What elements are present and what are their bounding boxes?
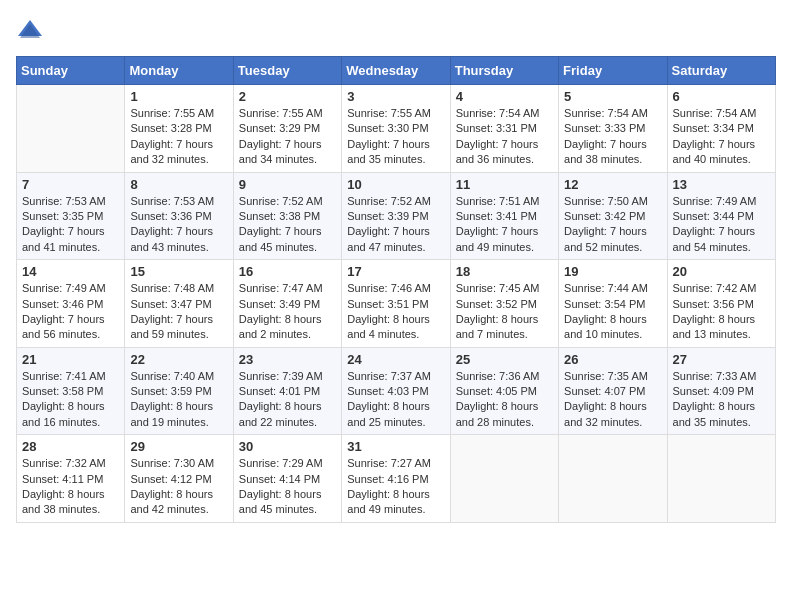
calendar-cell: 10 Sunrise: 7:52 AM Sunset: 3:39 PM Dayl…	[342, 172, 450, 260]
sunset-text: Sunset: 3:34 PM	[673, 122, 754, 134]
sunrise-text: Sunrise: 7:46 AM	[347, 282, 431, 294]
daylight-text: Daylight: 8 hours and 16 minutes.	[22, 400, 105, 427]
calendar-cell: 27 Sunrise: 7:33 AM Sunset: 4:09 PM Dayl…	[667, 347, 775, 435]
daylight-text: Daylight: 8 hours and 7 minutes.	[456, 313, 539, 340]
sunset-text: Sunset: 3:30 PM	[347, 122, 428, 134]
sunrise-text: Sunrise: 7:52 AM	[347, 195, 431, 207]
day-number: 10	[347, 177, 444, 192]
sunrise-text: Sunrise: 7:54 AM	[456, 107, 540, 119]
day-number: 28	[22, 439, 119, 454]
daylight-text: Daylight: 7 hours and 49 minutes.	[456, 225, 539, 252]
sunset-text: Sunset: 4:16 PM	[347, 473, 428, 485]
sunset-text: Sunset: 4:03 PM	[347, 385, 428, 397]
day-number: 17	[347, 264, 444, 279]
sunset-text: Sunset: 3:56 PM	[673, 298, 754, 310]
sunrise-text: Sunrise: 7:52 AM	[239, 195, 323, 207]
day-number: 20	[673, 264, 770, 279]
calendar-cell	[17, 85, 125, 173]
daylight-text: Daylight: 8 hours and 49 minutes.	[347, 488, 430, 515]
day-number: 11	[456, 177, 553, 192]
column-header-friday: Friday	[559, 57, 667, 85]
calendar-cell: 21 Sunrise: 7:41 AM Sunset: 3:58 PM Dayl…	[17, 347, 125, 435]
daylight-text: Daylight: 7 hours and 36 minutes.	[456, 138, 539, 165]
calendar-cell: 11 Sunrise: 7:51 AM Sunset: 3:41 PM Dayl…	[450, 172, 558, 260]
calendar-cell: 23 Sunrise: 7:39 AM Sunset: 4:01 PM Dayl…	[233, 347, 341, 435]
sunset-text: Sunset: 4:09 PM	[673, 385, 754, 397]
daylight-text: Daylight: 7 hours and 40 minutes.	[673, 138, 756, 165]
calendar-cell: 25 Sunrise: 7:36 AM Sunset: 4:05 PM Dayl…	[450, 347, 558, 435]
day-number: 31	[347, 439, 444, 454]
column-header-thursday: Thursday	[450, 57, 558, 85]
sunrise-text: Sunrise: 7:41 AM	[22, 370, 106, 382]
sunset-text: Sunset: 4:07 PM	[564, 385, 645, 397]
day-number: 13	[673, 177, 770, 192]
sunrise-text: Sunrise: 7:54 AM	[673, 107, 757, 119]
day-number: 30	[239, 439, 336, 454]
day-number: 16	[239, 264, 336, 279]
calendar-cell: 30 Sunrise: 7:29 AM Sunset: 4:14 PM Dayl…	[233, 435, 341, 523]
sunset-text: Sunset: 3:28 PM	[130, 122, 211, 134]
sunrise-text: Sunrise: 7:27 AM	[347, 457, 431, 469]
calendar-week-row: 7 Sunrise: 7:53 AM Sunset: 3:35 PM Dayli…	[17, 172, 776, 260]
calendar-week-row: 28 Sunrise: 7:32 AM Sunset: 4:11 PM Dayl…	[17, 435, 776, 523]
sunset-text: Sunset: 3:35 PM	[22, 210, 103, 222]
day-number: 19	[564, 264, 661, 279]
daylight-text: Daylight: 8 hours and 13 minutes.	[673, 313, 756, 340]
sunrise-text: Sunrise: 7:35 AM	[564, 370, 648, 382]
sunrise-text: Sunrise: 7:54 AM	[564, 107, 648, 119]
sunrise-text: Sunrise: 7:29 AM	[239, 457, 323, 469]
daylight-text: Daylight: 7 hours and 35 minutes.	[347, 138, 430, 165]
day-number: 7	[22, 177, 119, 192]
column-header-monday: Monday	[125, 57, 233, 85]
calendar-week-row: 1 Sunrise: 7:55 AM Sunset: 3:28 PM Dayli…	[17, 85, 776, 173]
calendar-cell: 4 Sunrise: 7:54 AM Sunset: 3:31 PM Dayli…	[450, 85, 558, 173]
sunset-text: Sunset: 3:33 PM	[564, 122, 645, 134]
sunset-text: Sunset: 3:44 PM	[673, 210, 754, 222]
sunrise-text: Sunrise: 7:55 AM	[239, 107, 323, 119]
calendar-cell: 13 Sunrise: 7:49 AM Sunset: 3:44 PM Dayl…	[667, 172, 775, 260]
sunset-text: Sunset: 4:14 PM	[239, 473, 320, 485]
sunrise-text: Sunrise: 7:55 AM	[130, 107, 214, 119]
sunrise-text: Sunrise: 7:53 AM	[130, 195, 214, 207]
sunset-text: Sunset: 4:11 PM	[22, 473, 103, 485]
daylight-text: Daylight: 8 hours and 19 minutes.	[130, 400, 213, 427]
calendar-cell: 18 Sunrise: 7:45 AM Sunset: 3:52 PM Dayl…	[450, 260, 558, 348]
calendar-cell: 9 Sunrise: 7:52 AM Sunset: 3:38 PM Dayli…	[233, 172, 341, 260]
daylight-text: Daylight: 7 hours and 47 minutes.	[347, 225, 430, 252]
calendar-cell: 26 Sunrise: 7:35 AM Sunset: 4:07 PM Dayl…	[559, 347, 667, 435]
day-number: 6	[673, 89, 770, 104]
calendar-cell: 6 Sunrise: 7:54 AM Sunset: 3:34 PM Dayli…	[667, 85, 775, 173]
sunset-text: Sunset: 4:01 PM	[239, 385, 320, 397]
day-number: 8	[130, 177, 227, 192]
sunset-text: Sunset: 3:42 PM	[564, 210, 645, 222]
daylight-text: Daylight: 8 hours and 38 minutes.	[22, 488, 105, 515]
sunset-text: Sunset: 3:49 PM	[239, 298, 320, 310]
daylight-text: Daylight: 8 hours and 25 minutes.	[347, 400, 430, 427]
calendar-cell: 17 Sunrise: 7:46 AM Sunset: 3:51 PM Dayl…	[342, 260, 450, 348]
daylight-text: Daylight: 7 hours and 45 minutes.	[239, 225, 322, 252]
day-number: 27	[673, 352, 770, 367]
calendar-cell: 31 Sunrise: 7:27 AM Sunset: 4:16 PM Dayl…	[342, 435, 450, 523]
sunrise-text: Sunrise: 7:49 AM	[673, 195, 757, 207]
sunrise-text: Sunrise: 7:30 AM	[130, 457, 214, 469]
daylight-text: Daylight: 8 hours and 2 minutes.	[239, 313, 322, 340]
day-number: 5	[564, 89, 661, 104]
daylight-text: Daylight: 7 hours and 52 minutes.	[564, 225, 647, 252]
calendar-cell: 2 Sunrise: 7:55 AM Sunset: 3:29 PM Dayli…	[233, 85, 341, 173]
sunset-text: Sunset: 3:39 PM	[347, 210, 428, 222]
calendar-cell: 16 Sunrise: 7:47 AM Sunset: 3:49 PM Dayl…	[233, 260, 341, 348]
sunrise-text: Sunrise: 7:45 AM	[456, 282, 540, 294]
calendar-cell: 12 Sunrise: 7:50 AM Sunset: 3:42 PM Dayl…	[559, 172, 667, 260]
sunrise-text: Sunrise: 7:49 AM	[22, 282, 106, 294]
sunrise-text: Sunrise: 7:47 AM	[239, 282, 323, 294]
calendar-cell: 8 Sunrise: 7:53 AM Sunset: 3:36 PM Dayli…	[125, 172, 233, 260]
sunrise-text: Sunrise: 7:48 AM	[130, 282, 214, 294]
sunrise-text: Sunrise: 7:44 AM	[564, 282, 648, 294]
column-header-saturday: Saturday	[667, 57, 775, 85]
day-number: 14	[22, 264, 119, 279]
calendar-cell: 1 Sunrise: 7:55 AM Sunset: 3:28 PM Dayli…	[125, 85, 233, 173]
calendar-week-row: 21 Sunrise: 7:41 AM Sunset: 3:58 PM Dayl…	[17, 347, 776, 435]
calendar-cell: 29 Sunrise: 7:30 AM Sunset: 4:12 PM Dayl…	[125, 435, 233, 523]
daylight-text: Daylight: 7 hours and 38 minutes.	[564, 138, 647, 165]
column-header-tuesday: Tuesday	[233, 57, 341, 85]
